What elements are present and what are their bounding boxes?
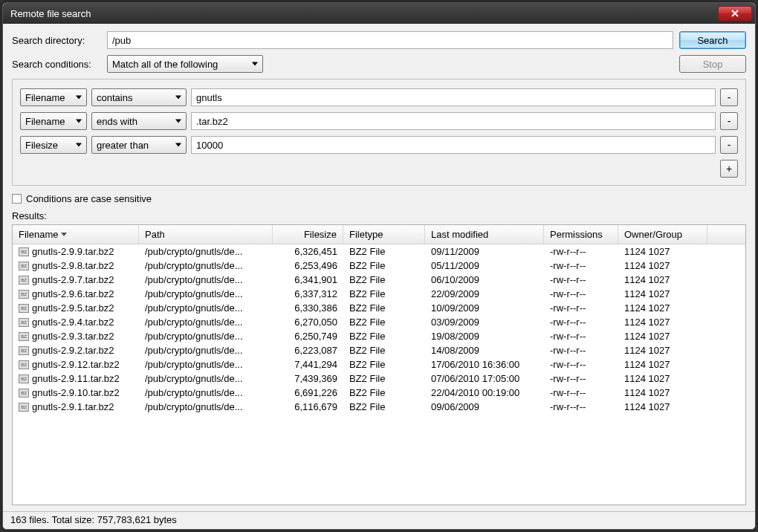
cell-path: /pub/crypto/gnutls/de...: [139, 317, 273, 328]
remove-condition-button[interactable]: -: [720, 112, 738, 130]
table-row[interactable]: BZgnutls-2.9.9.tar.bz2/pub/crypto/gnutls…: [13, 244, 745, 259]
cell-modified: 06/10/2009: [425, 274, 544, 285]
cell-owner: 1124 1027: [618, 401, 707, 412]
cell-owner: 1124 1027: [618, 274, 707, 285]
table-row[interactable]: BZgnutls-2.9.1.tar.bz2/pub/crypto/gnutls…: [13, 400, 745, 414]
cell-filename: gnutls-2.9.5.tar.bz2: [32, 302, 114, 314]
remove-condition-button[interactable]: -: [720, 136, 738, 154]
search-button[interactable]: Search: [679, 31, 746, 49]
column-header-filetype[interactable]: Filetype: [343, 225, 425, 244]
table-row[interactable]: BZgnutls-2.9.5.tar.bz2/pub/crypto/gnutls…: [13, 301, 745, 315]
match-mode-select[interactable]: Match all of the following: [107, 55, 263, 73]
window: Remote file search Search directory: Sea…: [2, 2, 756, 530]
table-row[interactable]: BZgnutls-2.9.12.tar.bz2/pub/crypto/gnutl…: [13, 357, 745, 372]
file-icon: BZ: [19, 389, 29, 398]
cell-permissions: -rw-r--r--: [544, 331, 618, 342]
file-icon: BZ: [19, 262, 29, 270]
cell-path: /pub/crypto/gnutls/de...: [139, 260, 273, 271]
cell-path: /pub/crypto/gnutls/de...: [139, 288, 273, 299]
case-sensitive-label: Conditions are case sensitive: [26, 193, 152, 204]
cell-filesize: 6,330,386: [273, 302, 343, 314]
table-row[interactable]: BZgnutls-2.9.2.tar.bz2/pub/crypto/gnutls…: [13, 343, 745, 357]
condition-field-select[interactable]: Filename: [20, 112, 87, 130]
cell-filetype: BZ2 File: [343, 274, 425, 285]
results-panel: Filename Path Filesize Filetype Last mod…: [12, 224, 746, 505]
cell-permissions: -rw-r--r--: [544, 317, 618, 328]
cell-permissions: -rw-r--r--: [544, 288, 618, 299]
titlebar[interactable]: Remote file search: [3, 3, 755, 24]
remove-condition-button[interactable]: -: [720, 88, 738, 106]
cell-modified: 14/08/2009: [425, 345, 544, 356]
cell-filesize: 6,253,496: [273, 260, 343, 271]
cell-owner: 1124 1027: [618, 317, 707, 328]
cell-filename: gnutls-2.9.10.tar.bz2: [32, 387, 120, 398]
cell-filesize: 6,250,749: [273, 331, 343, 342]
cell-filesize: 6,326,451: [273, 246, 343, 257]
cell-filename: gnutls-2.9.9.tar.bz2: [32, 246, 114, 257]
cell-filename: gnutls-2.9.12.tar.bz2: [32, 359, 120, 370]
cell-filesize: 6,341,901: [273, 274, 343, 285]
condition-value-input[interactable]: [191, 136, 716, 154]
cell-modified: 09/06/2009: [425, 401, 544, 412]
file-icon: BZ: [19, 403, 29, 412]
table-row[interactable]: BZgnutls-2.9.6.tar.bz2/pub/crypto/gnutls…: [13, 287, 745, 301]
cell-permissions: -rw-r--r--: [544, 373, 618, 384]
cell-path: /pub/crypto/gnutls/de...: [139, 373, 273, 384]
cell-path: /pub/crypto/gnutls/de...: [139, 401, 273, 412]
cell-filetype: BZ2 File: [343, 246, 425, 257]
results-body[interactable]: BZgnutls-2.9.9.tar.bz2/pub/crypto/gnutls…: [13, 244, 745, 505]
cell-owner: 1124 1027: [618, 260, 707, 271]
cell-filetype: BZ2 File: [343, 387, 425, 398]
column-header-filename[interactable]: Filename: [13, 225, 139, 244]
condition-field-select[interactable]: Filesize: [20, 136, 87, 154]
table-row[interactable]: BZgnutls-2.9.4.tar.bz2/pub/crypto/gnutls…: [13, 315, 745, 329]
column-header-modified[interactable]: Last modified: [425, 225, 544, 244]
cell-filesize: 7,439,369: [273, 373, 343, 384]
statusbar: 163 files. Total size: 757,783,621 bytes: [3, 511, 755, 529]
cell-filename: gnutls-2.9.3.tar.bz2: [32, 331, 114, 342]
cell-filename: gnutls-2.9.1.tar.bz2: [32, 401, 114, 412]
condition-operator-select[interactable]: greater than: [91, 136, 187, 154]
add-condition-button[interactable]: +: [720, 160, 738, 178]
table-row[interactable]: BZgnutls-2.9.10.tar.bz2/pub/crypto/gnutl…: [13, 386, 745, 400]
table-row[interactable]: BZgnutls-2.9.11.tar.bz2/pub/crypto/gnutl…: [13, 372, 745, 386]
condition-value-input[interactable]: [191, 112, 716, 130]
condition-row: Filenameends with-: [20, 112, 738, 130]
file-icon: BZ: [19, 290, 29, 299]
condition-value-input[interactable]: [191, 88, 716, 106]
cell-path: /pub/crypto/gnutls/de...: [139, 274, 273, 285]
cell-owner: 1124 1027: [618, 302, 707, 314]
condition-operator-select[interactable]: contains: [91, 88, 187, 106]
match-mode-value: Match all of the following: [112, 59, 218, 70]
cell-owner: 1124 1027: [618, 288, 707, 299]
condition-field-select[interactable]: Filename: [20, 88, 87, 106]
cell-filesize: 6,691,226: [273, 387, 343, 398]
file-icon: BZ: [19, 247, 29, 256]
cell-filesize: 6,223,087: [273, 345, 343, 356]
cell-permissions: -rw-r--r--: [544, 401, 618, 412]
column-header-permissions[interactable]: Permissions: [544, 225, 618, 244]
table-row[interactable]: BZgnutls-2.9.3.tar.bz2/pub/crypto/gnutls…: [13, 329, 745, 343]
cell-filetype: BZ2 File: [343, 345, 425, 356]
cell-filename: gnutls-2.9.7.tar.bz2: [32, 274, 114, 285]
sort-descending-icon: [61, 233, 67, 236]
cell-permissions: -rw-r--r--: [544, 260, 618, 271]
file-icon: BZ: [19, 332, 29, 341]
status-text: 163 files. Total size: 757,783,621 bytes: [10, 514, 177, 525]
cell-filetype: BZ2 File: [343, 317, 425, 328]
stop-button[interactable]: Stop: [679, 55, 746, 73]
file-icon: BZ: [19, 346, 29, 355]
condition-operator-select[interactable]: ends with: [91, 112, 187, 130]
table-row[interactable]: BZgnutls-2.9.7.tar.bz2/pub/crypto/gnutls…: [13, 273, 745, 287]
cell-path: /pub/crypto/gnutls/de...: [139, 345, 273, 356]
column-header-filesize[interactable]: Filesize: [273, 225, 343, 244]
case-sensitive-checkbox[interactable]: [12, 194, 22, 204]
search-directory-input[interactable]: [107, 31, 673, 49]
conditions-panel: Filenamecontains-Filenameends with-Files…: [12, 79, 746, 186]
file-icon: BZ: [19, 318, 29, 327]
column-header-path[interactable]: Path: [139, 225, 273, 244]
column-header-owner[interactable]: Owner/Group: [618, 225, 707, 244]
table-row[interactable]: BZgnutls-2.9.8.tar.bz2/pub/crypto/gnutls…: [13, 259, 745, 273]
close-button[interactable]: [718, 6, 752, 21]
file-icon: BZ: [19, 374, 29, 383]
